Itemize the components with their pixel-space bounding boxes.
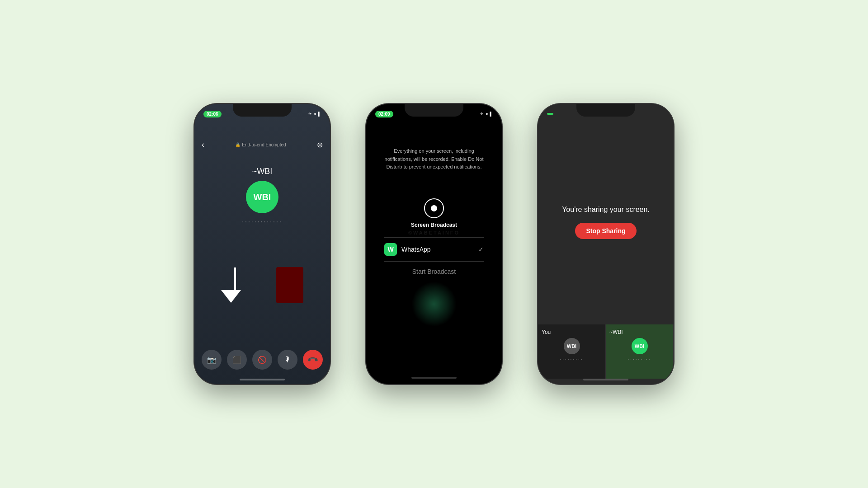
- broadcast-app-name: WhatsApp: [401, 246, 431, 253]
- broadcast-info-text: Everything on your screen, including not…: [366, 120, 502, 189]
- call-content-area: [194, 225, 330, 345]
- mute-button[interactable]: 🎙: [278, 350, 297, 370]
- camera-icon: 📷: [207, 356, 216, 364]
- contact-name: ~WBI: [252, 167, 273, 176]
- broadcast-app-left: W WhatsApp: [384, 243, 431, 256]
- call-contact: ~WBI WBI ·············: [194, 167, 330, 225]
- broadcast-icon-area: Screen Broadcast: [411, 198, 457, 228]
- green-glow-decoration: [411, 282, 457, 327]
- signal-icon-2: ●: [486, 112, 488, 116]
- participant-tile-wbi: ~WBI WBI ·········: [606, 324, 674, 379]
- participant-tile-you: You WBI ·········: [538, 324, 606, 379]
- sharing-status-text: You're sharing your screen.: [562, 206, 650, 214]
- record-dot: [431, 205, 437, 211]
- participants-bar: You WBI ········· ~WBI WBI ·········: [538, 324, 674, 379]
- signal-icon: ●: [314, 112, 316, 116]
- camera-button[interactable]: 📷: [202, 350, 222, 370]
- contact-avatar: WBI: [246, 181, 278, 213]
- broadcast-title: Screen Broadcast: [411, 222, 457, 228]
- participant-wbi-dots: ·········: [627, 357, 651, 362]
- screen-icon: ⬛: [232, 356, 241, 364]
- back-button[interactable]: ‹: [202, 140, 204, 150]
- participant-you-avatar: WBI: [564, 338, 580, 354]
- end-call-icon: 📞: [307, 353, 319, 366]
- participant-wbi-avatar: WBI: [632, 338, 648, 354]
- video-off-icon: 🚫: [258, 356, 267, 364]
- status-bar-3: [538, 104, 674, 120]
- home-indicator-2: [411, 377, 457, 379]
- phone-3: You're sharing your screen. Stop Sharing…: [538, 104, 674, 384]
- status-time-1: 02:06: [203, 111, 222, 117]
- screen-preview-thumbnail: [276, 267, 303, 303]
- broadcast-options: Screen Broadcast W WhatsApp ✓ Start Broa…: [366, 189, 502, 377]
- call-status-dots: ·············: [242, 218, 283, 225]
- battery-icon-2: ▌: [490, 112, 493, 116]
- call-controls: 📷 ⬛ 🚫 🎙 📞: [194, 345, 330, 379]
- encrypted-label: 🔒 End-to-end Encrypted: [235, 142, 286, 147]
- stop-sharing-button[interactable]: Stop Sharing: [575, 223, 636, 239]
- screen-share-button[interactable]: ⬛: [227, 350, 247, 370]
- battery-icon: ▌: [318, 112, 321, 116]
- participant-you-dots: ·········: [560, 357, 583, 362]
- mic-mute-icon: 🎙: [284, 356, 291, 364]
- video-toggle-button[interactable]: 🚫: [252, 350, 272, 370]
- sharing-main-area: You're sharing your screen. Stop Sharing: [538, 120, 674, 324]
- watermark: ©WABETAINFO: [408, 230, 460, 235]
- down-arrow-icon: [221, 267, 241, 303]
- airplane-icon-2: ✈: [480, 112, 484, 116]
- phone-2: 02:09 ✈ ● ▌ Everything on your screen, i…: [366, 104, 502, 384]
- broadcast-app-row[interactable]: W WhatsApp ✓: [384, 238, 484, 262]
- end-call-button[interactable]: 📞: [303, 350, 323, 370]
- status-icons-1: ✈ ● ▌: [308, 112, 321, 116]
- whatsapp-call-screen: 02:06 ✈ ● ▌ ‹ 🔒 End-to-end Encrypted ⊕ ~…: [194, 104, 330, 384]
- status-icons-2: ✈ ● ▌: [480, 112, 493, 116]
- broadcast-record-icon: [424, 198, 444, 218]
- add-participant-button[interactable]: ⊕: [317, 141, 323, 149]
- phone-1: 02:06 ✈ ● ▌ ‹ 🔒 End-to-end Encrypted ⊕ ~…: [194, 104, 330, 384]
- airplane-icon: ✈: [308, 112, 312, 116]
- status-bar-2: 02:09 ✈ ● ▌: [366, 104, 502, 120]
- status-time-2: 02:09: [375, 111, 393, 117]
- screen-sharing-screen: You're sharing your screen. Stop Sharing…: [538, 104, 674, 384]
- checkmark-icon: ✓: [478, 246, 484, 253]
- start-broadcast-button[interactable]: Start Broadcast: [384, 262, 484, 282]
- participant-wbi-label: ~WBI: [609, 329, 623, 335]
- home-indicator-3: [583, 379, 628, 380]
- status-bar-1: 02:06 ✈ ● ▌: [194, 104, 330, 120]
- broadcast-screen: 02:09 ✈ ● ▌ Everything on your screen, i…: [366, 104, 502, 384]
- call-header: ‹ 🔒 End-to-end Encrypted ⊕: [194, 136, 330, 153]
- home-indicator-1: [240, 379, 285, 380]
- whatsapp-app-icon: W: [384, 243, 397, 256]
- participant-you-label: You: [542, 329, 551, 335]
- status-time-3: [547, 113, 553, 115]
